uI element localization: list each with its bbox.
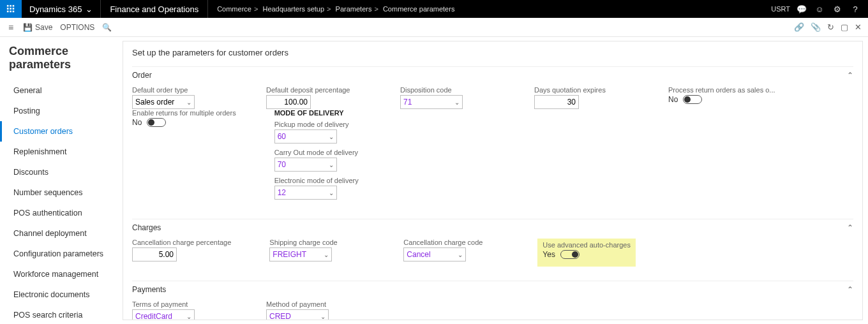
chevron-down-icon: ⌄: [329, 189, 334, 196]
method-label: Method of payment: [266, 300, 362, 308]
sidebar-item-workforce-management[interactable]: Workforce management: [0, 264, 123, 284]
refresh-icon[interactable]: ↻: [827, 22, 834, 32]
sidebar-item-pos-search-criteria[interactable]: POS search criteria: [0, 305, 123, 324]
disposition-code-value: 71: [403, 98, 412, 107]
svg-rect-1: [10, 5, 11, 7]
cancellation-pct-input[interactable]: [132, 247, 177, 261]
carryout-mode-label: Carry Out mode of delivery: [274, 149, 377, 156]
brand-dropdown[interactable]: Dynamics 365 ⌄: [22, 0, 101, 18]
method-value: CRED: [269, 312, 291, 320]
chevron-down-icon: ⌄: [458, 251, 463, 258]
gear-icon[interactable]: ⚙: [831, 4, 844, 14]
svg-rect-2: [13, 5, 15, 7]
svg-rect-7: [10, 11, 11, 13]
carryout-mode-select[interactable]: 70⌄: [274, 158, 337, 172]
sidebar-item-discounts[interactable]: Discounts: [0, 162, 123, 182]
sidebar-item-configuration-parameters[interactable]: Configuration parameters: [0, 244, 123, 264]
disposition-code-label: Disposition code: [400, 86, 496, 94]
process-return-label: Process return orders as sales o...: [668, 86, 775, 94]
link-icon[interactable]: 🔗: [794, 22, 804, 32]
enable-returns-toggle[interactable]: [147, 118, 166, 127]
process-return-toggle[interactable]: [683, 95, 702, 104]
crumb-1[interactable]: Headquarters setup: [262, 5, 324, 13]
use-advanced-toggle[interactable]: [560, 250, 580, 259]
help-icon[interactable]: ?: [849, 4, 862, 14]
default-order-type-select[interactable]: Sales order⌄: [132, 95, 195, 109]
sidebar-item-channel-deployment[interactable]: Channel deployment: [0, 223, 123, 244]
svg-rect-5: [13, 8, 15, 10]
section-payments-header[interactable]: Payments ⌃: [132, 281, 853, 298]
svg-rect-0: [7, 5, 9, 7]
shipping-code-select[interactable]: FREIGHT⌄: [269, 247, 332, 261]
options-label: OPTIONS: [60, 23, 94, 32]
crumb-0[interactable]: Commerce: [217, 5, 251, 13]
default-order-type-label: Default order type: [132, 86, 228, 94]
svg-rect-4: [10, 8, 11, 10]
default-deposit-label: Default deposit percentage: [266, 86, 362, 94]
shipping-code-label: Shipping charge code: [269, 239, 365, 246]
default-deposit-input[interactable]: [266, 95, 311, 109]
crumb-2[interactable]: Parameters: [336, 5, 372, 13]
default-order-type-value: Sales order: [135, 98, 174, 107]
sidebar-item-pos-authentication[interactable]: POS authentication: [0, 203, 123, 223]
crumb-3[interactable]: Commerce parameters: [383, 5, 454, 13]
chevron-down-icon: ⌄: [329, 161, 334, 168]
section-order-title: Order: [132, 71, 152, 80]
app-launcher-icon[interactable]: [0, 0, 22, 18]
electronic-mode-select[interactable]: 12⌄: [274, 186, 337, 200]
brand-label: Dynamics 365: [29, 4, 82, 14]
options-button[interactable]: OPTIONS: [60, 23, 94, 32]
use-advanced-label: Use advanced auto-charges: [542, 241, 631, 249]
enable-returns-value: No: [132, 118, 142, 127]
search-icon[interactable]: 🔍: [102, 23, 112, 32]
smiley-icon[interactable]: ☺: [813, 4, 826, 14]
content-title: Set up the parameters for customer order…: [132, 48, 853, 57]
sidebar-item-customer-orders[interactable]: Customer orders: [0, 121, 123, 142]
use-advanced-value: Yes: [542, 250, 555, 259]
sidebar-item-number-sequences[interactable]: Number sequences: [0, 182, 123, 203]
module-label: Finance and Operations: [101, 0, 208, 18]
sidebar-item-replenishment[interactable]: Replenishment: [0, 142, 123, 162]
disposition-code-select[interactable]: 71⌄: [400, 95, 463, 109]
save-button[interactable]: 💾 Save: [23, 23, 52, 32]
section-payments-title: Payments: [132, 285, 166, 294]
enable-returns-label: Enable returns for multiple orders: [132, 109, 236, 117]
svg-rect-6: [7, 11, 9, 13]
days-quotation-label: Days quotation expires: [534, 86, 630, 94]
content-panel: Set up the parameters for customer order…: [123, 41, 863, 320]
method-select[interactable]: CRED⌄: [266, 309, 329, 320]
process-return-value: No: [668, 95, 678, 104]
chevron-down-icon: ⌄: [320, 313, 326, 320]
chat-icon[interactable]: 💬: [795, 4, 808, 14]
popout-icon[interactable]: ▢: [841, 22, 848, 32]
sidebar: Commerce parameters GeneralPostingCustom…: [0, 37, 123, 324]
chevron-up-icon: ⌃: [847, 71, 853, 80]
user-label[interactable]: USRT: [771, 5, 790, 13]
cancellation-code-select[interactable]: Cancel⌄: [403, 247, 466, 261]
chevron-down-icon: ⌄: [86, 4, 93, 14]
chevron-down-icon: ⌄: [324, 251, 329, 258]
hamburger-icon[interactable]: ≡: [3, 22, 19, 33]
days-quotation-input[interactable]: [534, 95, 579, 109]
sidebar-item-electronic-documents[interactable]: Electronic documents: [0, 284, 123, 305]
terms-select[interactable]: CreditCard⌄: [132, 309, 195, 320]
close-icon[interactable]: ✕: [855, 22, 862, 32]
section-order-header[interactable]: Order ⌃: [132, 66, 853, 84]
section-charges-title: Charges: [132, 223, 161, 232]
shipping-code-value: FREIGHT: [273, 250, 306, 259]
breadcrumb: Commerce> Headquarters setup> Parameters…: [208, 5, 463, 13]
chevron-down-icon: ⌄: [329, 133, 334, 140]
section-charges-header[interactable]: Charges ⌃: [132, 219, 853, 236]
sidebar-item-general[interactable]: General: [0, 80, 123, 101]
mode-of-delivery-header: MODE OF DELIVERY: [274, 109, 377, 117]
office-icon[interactable]: 📎: [811, 22, 821, 32]
chevron-down-icon: ⌄: [186, 313, 191, 320]
page-title: Commerce parameters: [0, 43, 123, 80]
pickup-mode-label: Pickup mode of delivery: [274, 121, 377, 128]
sidebar-item-posting[interactable]: Posting: [0, 101, 123, 121]
topbar: Dynamics 365 ⌄ Finance and Operations Co…: [0, 0, 868, 18]
cancellation-code-label: Cancellation charge code: [403, 239, 499, 246]
carryout-mode-value: 70: [278, 160, 286, 169]
electronic-mode-value: 12: [278, 188, 286, 197]
pickup-mode-select[interactable]: 60⌄: [274, 129, 337, 144]
